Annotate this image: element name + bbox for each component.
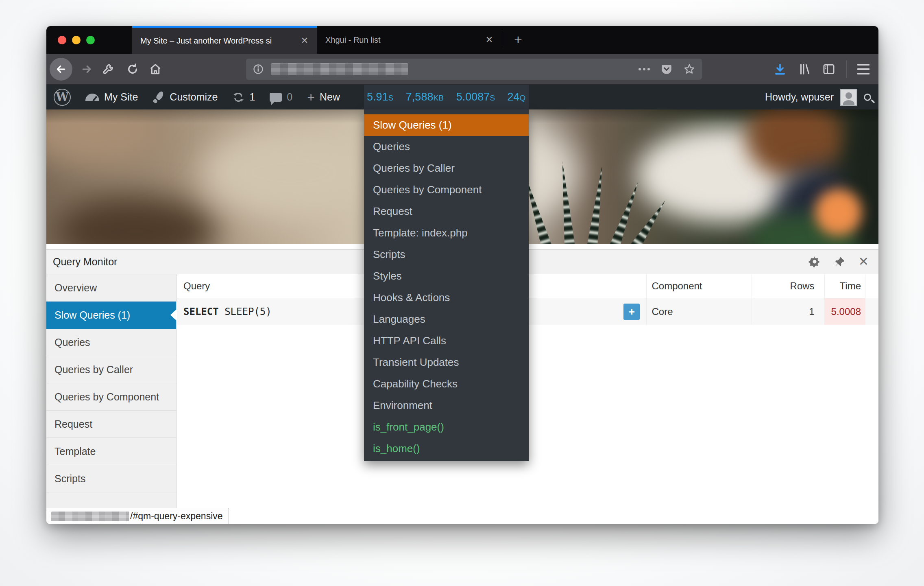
qm-tab-queries[interactable]: Queries <box>46 329 176 356</box>
admin-bar-right: Howdy, wpuser <box>765 85 878 109</box>
expand-row-button[interactable]: + <box>623 304 640 320</box>
new-label: New <box>320 91 340 103</box>
link-suffix: /#qm-query-expensive <box>130 511 223 522</box>
menu-item-queries-by-component[interactable]: Queries by Component <box>364 179 529 201</box>
tab-title: Xhgui - Run list <box>325 35 381 45</box>
tab-title: My Site – Just another WordPress si <box>140 36 272 46</box>
tab-divider <box>502 32 502 48</box>
reload-button[interactable] <box>126 63 139 76</box>
time-cell: 5.0008 <box>825 298 865 325</box>
menu-item-capability-checks[interactable]: Capability Checks <box>364 373 529 395</box>
menu-item-slow-queries[interactable]: Slow Queries (1) <box>364 114 529 136</box>
blurred-domain-text <box>51 512 129 521</box>
col-header-time[interactable]: Time <box>825 274 865 298</box>
menu-item-http-api-calls[interactable]: HTTP API Calls <box>364 330 529 352</box>
pin-icon[interactable] <box>833 255 846 268</box>
qm-memory: 7,588KB <box>406 91 444 103</box>
tab-title-fade <box>272 29 296 55</box>
dashboard-gauge-icon <box>85 94 99 101</box>
tab-close-icon[interactable]: ✕ <box>299 35 311 47</box>
rows-cell: 1 <box>752 298 825 325</box>
pocket-icon[interactable] <box>660 63 673 75</box>
brush-icon <box>153 91 165 103</box>
succulent-plant <box>516 158 651 244</box>
download-icon[interactable] <box>773 62 787 76</box>
home-button[interactable] <box>149 63 162 76</box>
url-bar[interactable] <box>246 59 702 80</box>
menu-item-request[interactable]: Request <box>364 201 529 222</box>
updates-count: 1 <box>249 91 255 103</box>
menu-item-environment[interactable]: Environment <box>364 395 529 416</box>
page-action-icons <box>639 63 695 75</box>
qm-panel-title: Query Monitor <box>46 256 117 268</box>
my-site-menu[interactable]: My Site <box>78 85 145 109</box>
forward-icon <box>81 63 93 75</box>
gear-icon[interactable] <box>808 255 821 268</box>
component-cell: Core <box>647 298 752 325</box>
close-icon[interactable]: ✕ <box>859 256 869 268</box>
search-icon[interactable] <box>864 94 871 101</box>
col-header-component[interactable]: Component <box>647 274 752 298</box>
page-actions-icon[interactable] <box>639 68 650 70</box>
tab-my-site[interactable]: My Site – Just another WordPress si ✕ <box>132 26 317 54</box>
plus-icon: + <box>307 91 315 104</box>
tab-xhgui[interactable]: Xhgui - Run list ✕ <box>317 26 502 54</box>
browser-toolbar <box>46 54 878 85</box>
blurred-url-text <box>271 63 408 75</box>
menu-item-hooks-actions[interactable]: Hooks & Actions <box>364 287 529 308</box>
wp-admin-bar: W My Site Customize 1 0 + New 5.91S 7,58… <box>46 85 878 109</box>
qm-tab-queries-by-caller[interactable]: Queries by Caller <box>46 356 176 383</box>
qm-tab-slow-queries[interactable]: Slow Queries (1) <box>46 302 176 329</box>
reload-icon <box>126 63 139 76</box>
zoom-window-button[interactable] <box>86 36 95 44</box>
menu-item-styles[interactable]: Styles <box>364 265 529 287</box>
page-tools-button[interactable] <box>102 63 115 76</box>
library-icon[interactable] <box>798 62 811 76</box>
wrench-icon <box>102 63 115 76</box>
toolbar-divider <box>846 60 847 78</box>
minimize-window-button[interactable] <box>72 36 81 44</box>
qm-tab-overview[interactable]: Overview <box>46 274 176 302</box>
filler-cell <box>865 298 878 325</box>
query-monitor-admin-item[interactable]: 5.91S 7,588KB 5.0087S 24Q <box>364 85 529 109</box>
menu-item-scripts[interactable]: Scripts <box>364 244 529 265</box>
qm-tab-queries-by-component[interactable]: Queries by Component <box>46 383 176 411</box>
qm-sidebar: Overview Slow Queries (1) Queries Querie… <box>46 274 177 524</box>
wordpress-logo-icon: W <box>54 89 71 106</box>
back-icon <box>55 63 67 75</box>
updates-icon <box>232 91 244 103</box>
menu-item-languages[interactable]: Languages <box>364 308 529 330</box>
qm-tab-scripts[interactable]: Scripts <box>46 465 176 492</box>
comment-bubble-icon <box>270 93 282 102</box>
forward-button[interactable] <box>81 63 93 75</box>
comments-count: 0 <box>287 91 292 103</box>
close-window-button[interactable] <box>58 36 66 44</box>
menu-item-transient-updates[interactable]: Transient Updates <box>364 352 529 373</box>
menu-item-is-home[interactable]: is_home() <box>364 438 529 459</box>
info-icon[interactable] <box>253 63 264 75</box>
tab-close-icon[interactable]: ✕ <box>483 34 495 46</box>
howdy-label[interactable]: Howdy, wpuser <box>765 91 834 103</box>
star-icon[interactable] <box>683 63 695 75</box>
wp-logo-menu[interactable]: W <box>46 85 78 109</box>
toolbar-right-icons <box>773 54 878 85</box>
customize-menu[interactable]: Customize <box>145 85 225 109</box>
sidebar-icon[interactable] <box>822 62 836 76</box>
new-content-menu[interactable]: + New <box>300 85 347 109</box>
browser-window: My Site – Just another WordPress si ✕ Xh… <box>46 26 878 524</box>
menu-item-queries[interactable]: Queries <box>364 136 529 157</box>
qm-header-icons: ✕ <box>808 255 878 268</box>
menu-icon[interactable] <box>857 64 870 74</box>
sql-rest: SLEEP(5) <box>219 306 272 317</box>
menu-item-queries-by-caller[interactable]: Queries by Caller <box>364 157 529 179</box>
new-tab-button[interactable]: + <box>509 31 527 49</box>
qm-tab-template[interactable]: Template <box>46 438 176 465</box>
col-header-rows[interactable]: Rows <box>752 274 825 298</box>
back-button[interactable] <box>50 58 72 81</box>
comments-menu[interactable]: 0 <box>262 85 300 109</box>
menu-item-template[interactable]: Template: index.php <box>364 222 529 244</box>
avatar[interactable] <box>840 89 857 106</box>
qm-tab-request[interactable]: Request <box>46 411 176 438</box>
menu-item-is-front-page[interactable]: is_front_page() <box>364 416 529 438</box>
updates-menu[interactable]: 1 <box>225 85 262 109</box>
